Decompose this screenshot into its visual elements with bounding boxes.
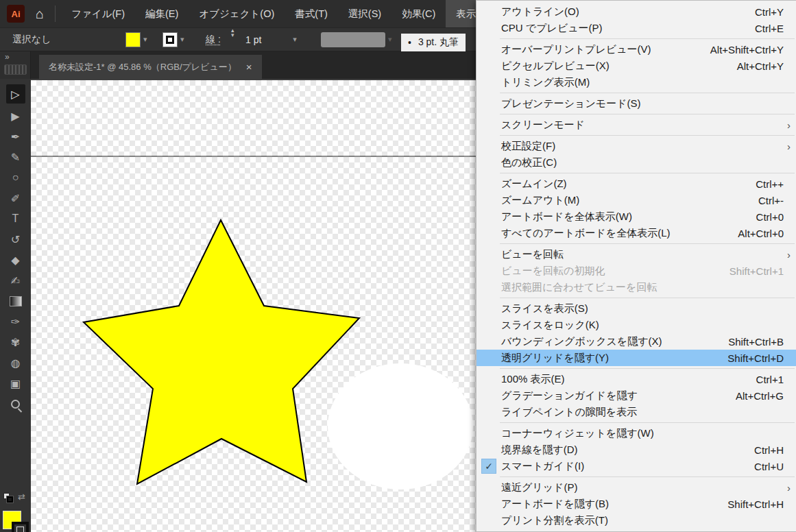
menu-item-actual-size[interactable]: 100% 表示(E)Ctrl+1 <box>477 371 796 387</box>
menubar-item[interactable]: オブジェクト(O) <box>189 0 285 27</box>
panel-grip[interactable] <box>4 64 27 75</box>
menu-item-shortcut: Ctrl++ <box>756 178 796 190</box>
stroke-weight-stepper[interactable]: ▴ ▾ <box>231 28 234 51</box>
width-profile-dropdown[interactable]: ▾ <box>321 28 392 51</box>
menu-item-hide-corner-widget[interactable]: コーナーウィジェットを隠す(W) <box>477 425 796 442</box>
menu-item-label: ビューを回転の初期化 <box>501 265 605 278</box>
menu-item-proof-setup[interactable]: 校正設定(F)› <box>477 138 796 154</box>
yellow-star-shape[interactable] <box>84 220 359 484</box>
brush-definition-dropdown[interactable]: • 3 pt. 丸筆 <box>401 31 466 53</box>
rotate-tool[interactable]: ↺ <box>6 231 25 247</box>
menu-item-lock-slices[interactable]: スライスをロック(K) <box>477 317 796 333</box>
stroke-indicator[interactable] <box>12 522 29 532</box>
menu-item-proof-colors[interactable]: 色の校正(C) <box>477 154 796 171</box>
chevron-down-icon[interactable]: ▾ <box>180 35 184 44</box>
menu-item-zoom-in[interactable]: ズームイン(Z)Ctrl++ <box>477 176 796 192</box>
expand-panel-icon[interactable]: » <box>5 52 10 62</box>
menu-item-hide-edges[interactable]: 境界線を隠す(D)Ctrl+H <box>477 442 796 458</box>
gradient-tool[interactable] <box>6 293 25 309</box>
width-tool[interactable]: ✾ <box>6 334 25 350</box>
stroke-color-swatch[interactable] <box>162 32 178 47</box>
menu-item-smart-guides[interactable]: ✓スマートガイド(I)Ctrl+U <box>477 458 796 474</box>
shaper-tool[interactable]: ✍ <box>6 272 25 289</box>
magnifier-icon <box>11 400 20 409</box>
menubar-item[interactable]: 効果(C) <box>391 0 446 27</box>
fill-color-control[interactable]: ▾ <box>125 28 147 51</box>
stroke-weight-combo[interactable]: 1 pt ▾ <box>240 28 297 51</box>
ellipse-tool[interactable]: ○ <box>6 169 25 186</box>
submenu-arrow-icon: › <box>787 249 796 261</box>
menu-separator <box>500 135 795 136</box>
shape-builder-tool[interactable]: ◍ <box>6 354 25 371</box>
default-fill-stroke-icon[interactable] <box>3 493 14 503</box>
menu-item-fit-artboard-in-window[interactable]: アートボードを全体表示(W)Ctrl+0 <box>477 208 796 225</box>
menu-item-hide-transparency-grid[interactable]: 透明グリッドを隠す(Y)Shift+Ctrl+D <box>477 350 796 366</box>
chevron-down-icon[interactable]: ▾ <box>143 35 147 44</box>
home-icon[interactable]: ⌂ <box>36 6 44 22</box>
menubar-item[interactable]: 編集(E) <box>135 0 189 27</box>
menu-item-screen-mode[interactable]: スクリーンモード› <box>477 117 796 133</box>
chevron-down-icon[interactable]: ▾ <box>293 35 297 44</box>
menu-item-shortcut: Alt+Ctrl+G <box>736 390 796 402</box>
menu-item-perspective-grid[interactable]: 遠近グリッド(P)› <box>477 479 796 496</box>
menu-separator <box>500 38 795 39</box>
stroke-weight-label[interactable]: 線 : <box>206 28 221 51</box>
selection-tool[interactable]: ▷ <box>6 84 25 104</box>
menu-item-overprint-preview[interactable]: オーバープリントプレビュー(V)Alt+Shift+Ctrl+Y <box>477 41 796 58</box>
fill-color-swatch[interactable] <box>125 32 141 47</box>
view-menu: アウトライン(O)Ctrl+YCPU でプレビュー(P)Ctrl+Eオーバープリ… <box>476 0 796 532</box>
artboard-tool[interactable]: ▣ <box>6 375 25 391</box>
illustrator-window: Ai ⌂ ファイル(F)編集(E)オブジェクト(O)書式(T)選択(S)効果(C… <box>0 0 796 532</box>
menu-separator <box>500 298 795 298</box>
menu-item-label: すべてのアートボードを全体表示(L) <box>501 227 671 240</box>
menu-item-hide-artboards[interactable]: アートボードを隠す(B)Shift+Ctrl+H <box>477 496 796 512</box>
menu-item-fit-all-in-window[interactable]: すべてのアートボードを全体表示(L)Alt+Ctrl+0 <box>477 225 796 241</box>
close-icon[interactable]: × <box>246 61 252 73</box>
pen-tool[interactable]: ✒ <box>6 128 25 145</box>
paintbrush-tool[interactable]: ✐ <box>6 190 25 206</box>
menu-item-preview-on-cpu[interactable]: CPU でプレビュー(P)Ctrl+E <box>477 20 796 36</box>
menubar-item[interactable]: ファイル(F) <box>61 0 135 27</box>
menu-item-show-slices[interactable]: スライスを表示(S) <box>477 300 796 317</box>
menu-item-shortcut: Shift+Ctrl+D <box>727 352 796 364</box>
menu-item-presentation-mode[interactable]: プレゼンテーションモード(S) <box>477 95 796 112</box>
menu-item-hide-bounding-box[interactable]: バウンディングボックスを隠す(X)Shift+Ctrl+B <box>477 333 796 350</box>
swap-fill-stroke-icon[interactable]: ⇄ <box>18 492 25 502</box>
menu-item-show-live-paint-gaps[interactable]: ライブペイントの隙間を表示 <box>477 404 796 420</box>
zoom-tool[interactable] <box>6 396 25 412</box>
brush-dot-icon: • <box>408 37 411 48</box>
type-tool[interactable]: T <box>6 210 25 227</box>
stroke-weight-value[interactable]: 1 pt <box>245 34 261 45</box>
eyedropper-tool[interactable]: ✑ <box>6 313 25 330</box>
menu-item-hide-gradient-annotator[interactable]: グラデーションガイドを隠すAlt+Ctrl+G <box>477 387 796 404</box>
stroke-color-control[interactable]: ▾ <box>162 28 184 51</box>
menu-item-rotate-view[interactable]: ビューを回転› <box>477 246 796 263</box>
menu-separator <box>500 114 795 114</box>
menu-item-label: アートボードを全体表示(W) <box>501 210 632 223</box>
white-ellipse-shape[interactable] <box>328 363 473 489</box>
menu-item-outline[interactable]: アウトライン(O)Ctrl+Y <box>477 3 796 20</box>
curvature-tool[interactable]: ✎ <box>6 149 25 165</box>
menu-item-label: ピクセルプレビュー(X) <box>501 60 610 73</box>
menu-item-shortcut: Alt+Ctrl+0 <box>738 228 796 239</box>
stepper-down-icon[interactable]: ▾ <box>231 33 234 38</box>
menu-item-reset-rotate-view[interactable]: ビューを回転の初期化Shift+Ctrl+1 <box>477 263 796 279</box>
view-menu-items: アウトライン(O)Ctrl+YCPU でプレビュー(P)Ctrl+Eオーバープリ… <box>477 3 796 529</box>
document-tab[interactable]: 名称未設定-1* @ 45.86 %（RGB/プレビュー） × <box>39 55 262 79</box>
menu-item-label: 透明グリッドを隠す(Y) <box>501 352 609 365</box>
eraser-tool[interactable]: ◆ <box>6 252 25 268</box>
menu-item-label: ズームイン(Z) <box>501 178 567 191</box>
direct-selection-tool[interactable]: ▶ <box>6 108 25 124</box>
menu-item-rotate-view-to-selection[interactable]: 選択範囲に合わせてビューを回転 <box>477 279 796 295</box>
menu-item-pixel-preview[interactable]: ピクセルプレビュー(X)Alt+Ctrl+Y <box>477 58 796 74</box>
menu-item-show-print-tiling[interactable]: プリント分割を表示(T) <box>477 512 796 529</box>
menubar-item[interactable]: 選択(S) <box>338 0 391 27</box>
menu-item-label: 100% 表示(E) <box>501 373 565 386</box>
submenu-arrow-icon: › <box>787 119 796 131</box>
menu-item-label: 校正設定(F) <box>501 140 555 153</box>
menubar-item[interactable]: 書式(T) <box>285 0 338 27</box>
menu-item-zoom-out[interactable]: ズームアウト(M)Ctrl+- <box>477 192 796 208</box>
menu-separator <box>500 93 795 93</box>
app-logo-icon[interactable]: Ai <box>7 5 25 23</box>
menu-item-trim-view[interactable]: トリミング表示(M) <box>477 74 796 90</box>
